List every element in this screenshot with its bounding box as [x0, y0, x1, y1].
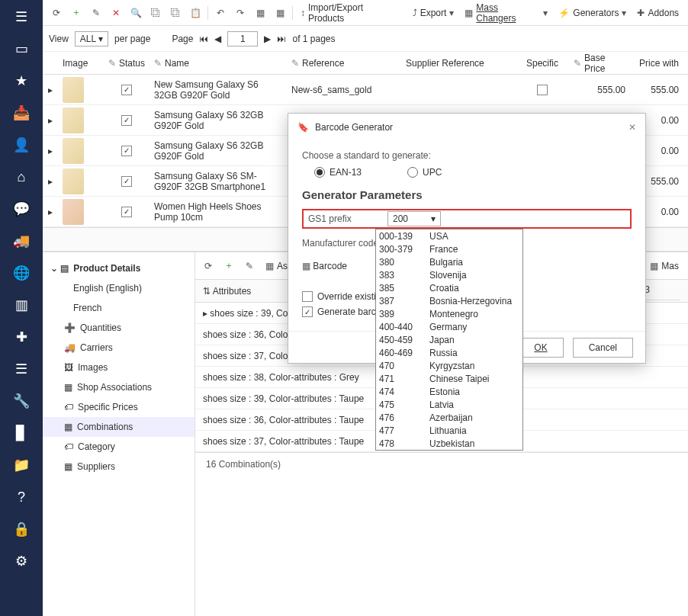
dropdown-option[interactable]: 471Chinese Taipei: [376, 372, 522, 385]
table-row[interactable]: ▸✓New Samsung Galaxy S6 32GB G920F GoldN…: [43, 75, 688, 105]
modal-title: 🔖 Barcode Generator: [297, 122, 393, 133]
sidebar-item[interactable]: ➕Quantities: [43, 318, 195, 338]
copy2-icon[interactable]: ⿻: [168, 5, 183, 21]
store-icon[interactable]: ▭: [12, 40, 31, 58]
redo-icon[interactable]: ↷: [233, 5, 248, 21]
copy-icon[interactable]: ⿻: [148, 5, 163, 21]
attr-footer: 16 Combination(s): [195, 452, 688, 475]
dropdown-option[interactable]: 450-459Japan: [376, 333, 522, 346]
add-icon[interactable]: ＋: [69, 5, 84, 21]
gs1-prefix-row[interactable]: GS1 prefix 200▾: [302, 209, 632, 229]
globe-icon[interactable]: 🌐: [12, 264, 31, 282]
truck-icon[interactable]: 🚚: [12, 232, 31, 250]
col-price-with[interactable]: Price with: [630, 58, 683, 69]
addons-button[interactable]: ✚ Addons: [634, 8, 682, 18]
wrench-icon[interactable]: 🔧: [12, 392, 31, 410]
first-page-icon[interactable]: ⏮: [199, 34, 208, 44]
generators-button[interactable]: ⚡ Generators ▾: [555, 8, 629, 18]
ok-button[interactable]: OK: [518, 338, 563, 358]
page-count-label: of 1 pages: [292, 34, 335, 44]
inbox-icon[interactable]: 📥: [12, 104, 31, 122]
left-sidebar: ☰ ▭ ★ 📥 👤 ⌂ 💬 🚚 🌐 ▥ ✚ ☰ 🔧 ▊ 📁 ? 🔒 ⚙: [0, 0, 43, 616]
dropdown-option[interactable]: 000-139USA: [376, 229, 522, 242]
sidebar-item[interactable]: 🏷Specific Prices: [43, 397, 195, 417]
sidebar-item[interactable]: 🖼Images: [43, 358, 195, 377]
sliders-icon[interactable]: ☰: [12, 360, 31, 378]
page-label: Page: [172, 34, 193, 44]
sidebar-item[interactable]: ▦Suppliers: [43, 457, 195, 476]
dropdown-option[interactable]: 478Uzbekistan: [376, 437, 522, 450]
col-base-price[interactable]: ✎Base Price: [569, 53, 630, 74]
undo-icon[interactable]: ↶: [213, 5, 228, 21]
import-export-button[interactable]: ↕ Import/Export Products: [297, 2, 405, 24]
gear-icon[interactable]: ⚙: [12, 552, 31, 570]
page-input[interactable]: [227, 31, 258, 47]
edit-icon[interactable]: ✎: [88, 5, 104, 21]
lock-icon[interactable]: 🔒: [12, 520, 31, 538]
dropdown-option[interactable]: 387Bosnia-Herzegovina: [376, 294, 522, 307]
help-icon[interactable]: ?: [12, 488, 31, 506]
puzzle-icon[interactable]: ✚: [12, 328, 31, 346]
col-supplier[interactable]: Supplier Reference: [401, 58, 516, 69]
sidebar-item[interactable]: 🏷Category: [43, 437, 195, 457]
product-details-header[interactable]: ⌄ ▤ Product Details: [43, 258, 195, 278]
home-icon[interactable]: ⌂: [12, 168, 31, 186]
gs1-dropdown[interactable]: 000-139USA300-379France380Bulgaria383Slo…: [375, 229, 523, 451]
dropdown-option[interactable]: 474Estonia: [376, 385, 522, 398]
dropdown-option[interactable]: 460-469Russia: [376, 346, 522, 359]
stats-icon[interactable]: ▊: [12, 424, 31, 442]
per-page-select[interactable]: ALL ▾: [75, 31, 108, 47]
col-reference[interactable]: ✎Reference: [287, 58, 401, 69]
prev-page-icon[interactable]: ◀: [214, 34, 221, 44]
last-page-icon[interactable]: ⏭: [277, 34, 286, 44]
star-icon[interactable]: ★: [12, 72, 31, 90]
chat-icon[interactable]: 💬: [12, 200, 31, 218]
manufacturer-label: Manufacturer code: [302, 238, 386, 249]
dropdown-option[interactable]: 383Slovenija: [376, 268, 522, 281]
chart-icon[interactable]: ▥: [12, 296, 31, 314]
dropdown-option[interactable]: 470Kyrgyzstan: [376, 359, 522, 372]
gs1-prefix-select[interactable]: 200▾: [387, 211, 441, 226]
dropdown-option[interactable]: 380Bulgaria: [376, 255, 522, 268]
refresh-icon[interactable]: ⟳: [49, 5, 64, 21]
dropdown-option[interactable]: 476Azerbaijan: [376, 411, 522, 424]
col-specific[interactable]: Specific: [516, 58, 569, 69]
col-name[interactable]: ✎Name: [149, 58, 287, 69]
params-heading: Generator Parameters: [302, 188, 632, 201]
dropdown-option[interactable]: 389Montenegro: [376, 307, 522, 320]
sidebar-item[interactable]: ▦Shop Associations: [43, 377, 195, 397]
sidebar-item[interactable]: 🚚Carriers: [43, 338, 195, 358]
search-icon[interactable]: 🔍: [128, 5, 143, 21]
tool1-icon[interactable]: ▦: [252, 5, 268, 21]
dropdown-option[interactable]: 385Croatia: [376, 281, 522, 294]
delete-icon[interactable]: ✕: [108, 5, 124, 21]
mass-button[interactable]: ▦ Mas: [647, 258, 682, 274]
left-panel: ⌄ ▤ Product Details English (English)Fre…: [43, 252, 195, 616]
mass-changers-button[interactable]: ▦ Mass Changers ▾: [461, 2, 551, 24]
choose-label: Choose a standard to generate:: [302, 150, 632, 161]
upc-radio[interactable]: UPC: [407, 167, 442, 178]
ean13-radio[interactable]: EAN-13: [314, 167, 362, 178]
dropdown-option[interactable]: 475Latvia: [376, 398, 522, 411]
export-button[interactable]: ⤴ Export ▾: [410, 8, 458, 18]
tool2-icon[interactable]: ▦: [272, 5, 288, 21]
col-status[interactable]: ✎Status: [104, 58, 149, 69]
sidebar-item[interactable]: French: [43, 298, 195, 318]
col-image[interactable]: Image: [58, 58, 104, 69]
close-icon[interactable]: ✕: [629, 122, 636, 133]
barcode-label: ▦ Barcode: [302, 261, 386, 271]
add-icon[interactable]: ＋: [221, 256, 236, 275]
next-page-icon[interactable]: ▶: [264, 34, 271, 44]
cancel-button[interactable]: Cancel: [573, 338, 633, 358]
user-icon[interactable]: 👤: [12, 136, 31, 154]
edit-icon[interactable]: ✎: [243, 258, 256, 274]
dropdown-option[interactable]: 477Lithuania: [376, 424, 522, 437]
sidebar-item[interactable]: ▦Combinations: [43, 417, 195, 437]
refresh-icon[interactable]: ⟳: [201, 258, 215, 274]
paste-icon[interactable]: 📋: [188, 5, 203, 21]
dropdown-option[interactable]: 400-440Germany: [376, 320, 522, 333]
dropdown-option[interactable]: 300-379France: [376, 242, 522, 255]
sidebar-item[interactable]: English (English): [43, 278, 195, 298]
archive-icon[interactable]: 📁: [12, 456, 31, 474]
menu-icon[interactable]: ☰: [12, 8, 31, 26]
